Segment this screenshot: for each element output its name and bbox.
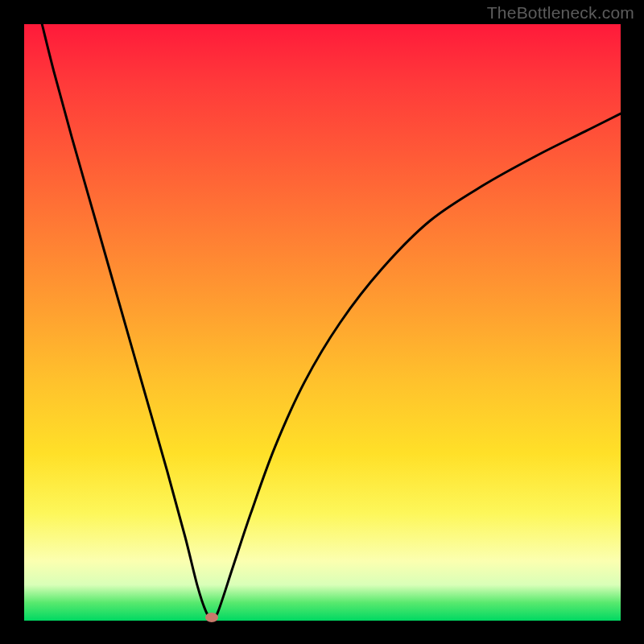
curve-svg [24, 24, 621, 621]
attribution-label: TheBottleneck.com [487, 3, 634, 23]
bottleneck-curve [42, 24, 621, 618]
chart-frame: TheBottleneck.com [0, 0, 644, 644]
plot-area [24, 24, 621, 621]
minimum-marker [205, 613, 218, 622]
